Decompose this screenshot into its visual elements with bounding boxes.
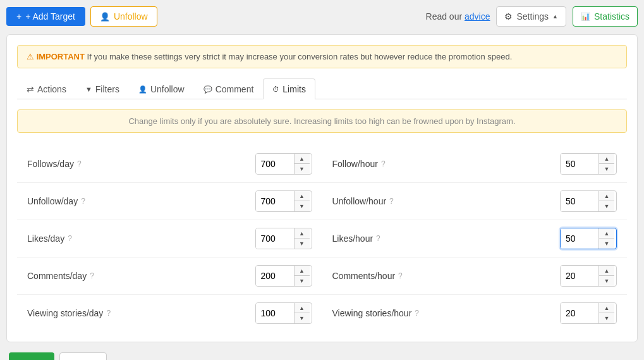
unfollow-day-help-icon[interactable]: ? <box>81 197 85 206</box>
follows-day-spinner: ▲ ▼ <box>255 153 312 175</box>
user-unfollow-icon: 👤 <box>138 85 147 94</box>
top-bar-left: + + Add Target 👤 Unfollow <box>6 6 157 27</box>
tab-comment[interactable]: 💬 Comment <box>194 78 264 99</box>
unfollow-day-input[interactable] <box>256 191 294 211</box>
chart-icon: 📊 <box>581 12 590 21</box>
follows-day-help-icon[interactable]: ? <box>77 159 82 168</box>
follow-hour-spinner: ▲ ▼ <box>560 153 617 175</box>
likes-hour-row: Likes/hour ? ▲ ▼ <box>322 220 628 258</box>
follow-hour-down[interactable]: ▼ <box>599 164 614 174</box>
viewing-stories-day-down[interactable]: ▼ <box>295 313 310 323</box>
unfollow-hour-down[interactable]: ▼ <box>599 201 614 211</box>
unfollow-hour-input[interactable] <box>561 191 598 211</box>
warning-message: Change limits only if you are absolutely… <box>128 116 515 126</box>
unfollow-top-label: Unfollow <box>114 11 148 22</box>
main-card: ⚠ IMPORTANT If you make these settings v… <box>6 34 638 342</box>
follow-hour-up[interactable]: ▲ <box>599 154 614 164</box>
comments-day-spinner: ▲ ▼ <box>255 265 312 287</box>
settings-button[interactable]: ⚙ Settings ▲ <box>496 6 566 27</box>
unfollow-hour-label: Unfollow/hour ? <box>332 196 394 206</box>
advice-link[interactable]: advice <box>465 11 490 22</box>
add-target-label: + Add Target <box>25 11 75 22</box>
comments-hour-help-icon[interactable]: ? <box>398 271 403 280</box>
tab-actions[interactable]: ⇄ Actions <box>17 78 76 99</box>
viewing-stories-day-row: Viewing stories/day ? ▲ ▼ <box>17 295 322 332</box>
comments-day-input[interactable] <box>256 266 294 286</box>
important-bold: IMPORTANT <box>37 52 85 61</box>
likes-day-label: Likes/day ? <box>27 233 72 244</box>
unfollow-hour-row: Unfollow/hour ? ▲ ▼ <box>322 183 628 220</box>
settings-label: Settings <box>516 11 549 22</box>
likes-hour-input[interactable] <box>561 228 598 249</box>
filter-icon: ▼ <box>85 85 92 93</box>
comments-day-up[interactable]: ▲ <box>295 266 310 276</box>
likes-day-row: Likes/day ? ▲ ▼ <box>17 220 322 258</box>
limits-grid: Follows/day ? ▲ ▼ Unfollow/day <box>17 146 627 332</box>
top-bar: + + Add Target 👤 Unfollow Read our advic… <box>6 6 638 27</box>
tab-limits[interactable]: ⏱ Limits <box>263 78 315 99</box>
comments-hour-input[interactable] <box>561 266 598 286</box>
likes-hour-up[interactable]: ▲ <box>599 228 614 239</box>
tabs: ⇄ Actions ▼ Filters 👤 Unfollow 💬 Comment… <box>17 78 627 99</box>
unfollow-top-button[interactable]: 👤 Unfollow <box>90 6 157 27</box>
unfollow-day-label: Unfollow/day ? <box>27 196 85 206</box>
tab-filters[interactable]: ▼ Filters <box>76 78 129 99</box>
page-wrapper: + + Add Target 👤 Unfollow Read our advic… <box>0 0 644 360</box>
plus-icon: + <box>16 11 21 22</box>
viewing-stories-hour-help-icon[interactable]: ? <box>415 309 419 318</box>
follows-day-row: Follows/day ? ▲ ▼ <box>17 146 322 183</box>
viewing-stories-hour-label: Viewing stories/hour ? <box>332 308 420 318</box>
viewing-stories-day-input[interactable] <box>256 303 294 323</box>
unfollow-hour-up[interactable]: ▲ <box>599 191 614 201</box>
unfollow-hour-spinner: ▲ ▼ <box>560 190 617 212</box>
viewing-stories-hour-input[interactable] <box>561 303 598 323</box>
follows-day-spinner-btns: ▲ ▼ <box>294 154 310 174</box>
comment-icon: 💬 <box>204 85 212 94</box>
likes-day-down[interactable]: ▼ <box>295 239 310 249</box>
comments-hour-label: Comments/hour ? <box>332 271 403 281</box>
likes-day-spinner: ▲ ▼ <box>255 228 312 249</box>
likes-hour-help-icon[interactable]: ? <box>376 234 380 243</box>
comments-day-row: Comments/day ? ▲ ▼ <box>17 258 322 295</box>
comments-hour-row: Comments/hour ? ▲ ▼ <box>322 258 628 295</box>
important-banner: ⚠ IMPORTANT If you make these settings v… <box>17 45 627 68</box>
comments-day-help-icon[interactable]: ? <box>90 271 94 280</box>
likes-day-input[interactable] <box>256 228 294 249</box>
warning-box: Change limits only if you are absolutely… <box>17 109 627 133</box>
viewing-stories-hour-spinner: ▲ ▼ <box>560 302 617 324</box>
save-button[interactable]: Save <box>9 352 54 360</box>
follows-day-up[interactable]: ▲ <box>295 154 310 164</box>
likes-day-help-icon[interactable]: ? <box>68 234 72 243</box>
chevron-up-icon: ▲ <box>552 13 558 20</box>
limits-right-column: Follow/hour ? ▲ ▼ Unfollow/hour <box>322 146 628 332</box>
important-message: If you make these settings very strict i… <box>87 52 513 61</box>
unfollow-hour-help-icon[interactable]: ? <box>389 197 394 206</box>
comments-hour-up[interactable]: ▲ <box>599 266 614 276</box>
advice-text: Read our advice <box>426 11 490 22</box>
viewing-stories-hour-row: Viewing stories/hour ? ▲ ▼ <box>322 295 628 332</box>
viewing-stories-hour-up[interactable]: ▲ <box>599 303 614 313</box>
comments-day-down[interactable]: ▼ <box>295 276 310 286</box>
viewing-stories-day-up[interactable]: ▲ <box>295 303 310 313</box>
follow-hour-label: Follow/hour ? <box>332 159 386 169</box>
unfollow-day-down[interactable]: ▼ <box>295 201 310 211</box>
viewing-stories-hour-down[interactable]: ▼ <box>599 313 614 323</box>
comments-hour-spinner: ▲ ▼ <box>560 265 617 287</box>
add-target-button[interactable]: + + Add Target <box>6 7 85 26</box>
follows-day-label: Follows/day ? <box>27 159 82 169</box>
tab-unfollow[interactable]: 👤 Unfollow <box>129 78 194 99</box>
follow-hour-help-icon[interactable]: ? <box>381 159 386 168</box>
viewing-stories-day-help-icon[interactable]: ? <box>106 309 111 318</box>
statistics-button[interactable]: 📊 Statistics <box>573 6 638 27</box>
follows-day-down[interactable]: ▼ <box>295 164 310 174</box>
likes-day-up[interactable]: ▲ <box>295 228 310 239</box>
unfollow-day-up[interactable]: ▲ <box>295 191 310 201</box>
follow-hour-input[interactable] <box>561 154 598 174</box>
arrows-icon: ⇄ <box>27 84 34 94</box>
follows-day-input[interactable] <box>256 154 294 174</box>
follow-hour-row: Follow/hour ? ▲ ▼ <box>322 146 628 183</box>
statistics-label: Statistics <box>594 11 629 22</box>
reset-button[interactable]: Reset <box>59 352 107 360</box>
likes-hour-down[interactable]: ▼ <box>599 239 614 249</box>
comments-hour-down[interactable]: ▼ <box>599 276 614 286</box>
